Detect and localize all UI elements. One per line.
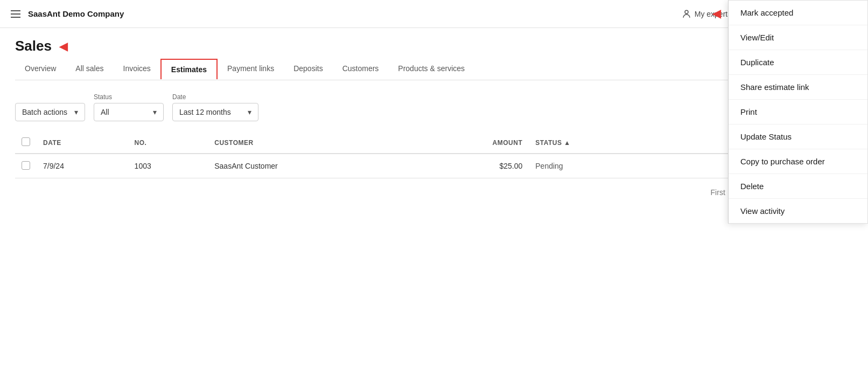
- my-experts-button[interactable]: My experts: [677, 6, 736, 22]
- dropdown-item-duplicate[interactable]: Duplicate: [729, 50, 867, 75]
- table-header-row: DATE NO. CUSTOMER AMOUNT STATUS ▲: [15, 132, 853, 154]
- nav-left: SaasAnt Demo Company: [11, 9, 677, 18]
- date-chevron-icon: ▾: [248, 108, 251, 116]
- first-page-button[interactable]: First: [711, 188, 725, 197]
- company-name: SaasAnt Demo Company: [28, 9, 124, 18]
- row-amount: $25.00: [414, 154, 529, 178]
- status-filter-group: Status All ▾: [94, 93, 164, 121]
- tab-deposits[interactable]: Deposits: [284, 58, 332, 80]
- status-filter-label: Status: [94, 93, 164, 101]
- header-no: NO.: [128, 132, 208, 154]
- estimates-table: DATE NO. CUSTOMER AMOUNT STATUS ▲ 7/9/24…: [15, 132, 853, 178]
- tab-invoices[interactable]: Invoices: [114, 58, 160, 80]
- dropdown-item-mark-accepted[interactable]: Mark accepted: [729, 1, 867, 25]
- page-title: Sales: [15, 38, 52, 54]
- tab-payment-links[interactable]: Payment links: [218, 58, 284, 80]
- status-chevron-icon: ▾: [153, 108, 157, 116]
- tab-all-sales[interactable]: All sales: [66, 58, 113, 80]
- tab-estimates[interactable]: Estimates: [160, 59, 218, 79]
- row-date: 7/9/24: [37, 154, 128, 178]
- person-icon: [682, 9, 691, 19]
- table-row: 7/9/24 1003 SaasAnt Customer $25.00 Pend…: [15, 154, 853, 178]
- batch-actions-dropdown[interactable]: Batch actions ▾: [15, 103, 85, 121]
- header-amount: AMOUNT: [414, 132, 529, 154]
- hamburger-icon[interactable]: [11, 10, 20, 18]
- row-checkbox[interactable]: [22, 161, 30, 170]
- batch-actions-chevron-icon: ▾: [74, 108, 78, 116]
- tab-customers[interactable]: Customers: [333, 58, 389, 80]
- date-filter-group: Date Last 12 months ▾: [172, 93, 258, 121]
- batch-actions-group: Batch actions ▾: [15, 103, 85, 121]
- status-dropdown[interactable]: All ▾: [94, 103, 164, 121]
- page-title-row: Sales ◀: [15, 28, 853, 58]
- dropdown-item-view-edit[interactable]: View/Edit: [729, 25, 867, 50]
- dropdown-item-delete[interactable]: Delete: [729, 174, 867, 197]
- svg-point-0: [685, 10, 688, 13]
- row-checkbox-cell: [15, 154, 37, 178]
- header-checkbox-cell: [15, 132, 37, 154]
- dropdown-item-print[interactable]: Print: [729, 100, 867, 124]
- header-status: STATUS ▲: [529, 132, 659, 154]
- tab-overview[interactable]: Overview: [15, 58, 66, 80]
- select-all-checkbox[interactable]: [22, 137, 30, 146]
- filters-row: Batch actions ▾ Status All ▾ Date Last 1…: [15, 93, 853, 121]
- date-filter-label: Date: [172, 93, 258, 101]
- pagination: First Previous 1-1 of 1 Next Last: [15, 178, 853, 197]
- tab-products-services[interactable]: Products & services: [388, 58, 474, 80]
- header-customer: CUSTOMER: [208, 132, 413, 154]
- header-date: DATE: [37, 132, 128, 154]
- row-status: Pending: [529, 154, 659, 178]
- dropdown-item-update-status[interactable]: Update Status: [729, 124, 867, 149]
- date-dropdown[interactable]: Last 12 months ▾: [172, 103, 258, 121]
- tabs-navigation: Overview All sales Invoices Estimates Pa…: [15, 58, 853, 80]
- dropdown-item-share-estimate-link[interactable]: Share estimate link: [729, 75, 867, 100]
- row-no: 1003: [128, 154, 208, 178]
- dropdown-arrow-indicator: ◀: [712, 7, 720, 20]
- row-customer: SaasAnt Customer: [208, 154, 413, 178]
- context-dropdown-menu: ◀ Mark accepted View/Edit Duplicate Shar…: [728, 0, 868, 197]
- arrow-left-indicator: ◀: [59, 40, 67, 53]
- dropdown-item-copy-to-purchase-order[interactable]: Copy to purchase order: [729, 149, 867, 174]
